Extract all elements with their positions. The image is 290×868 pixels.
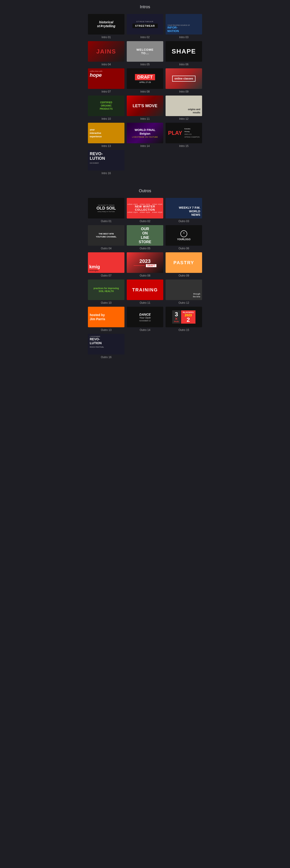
intro-11-text: LET'S MOVE: [133, 103, 157, 108]
outro-11-thumb[interactable]: TRAINING: [127, 280, 163, 300]
outro-10-thumb[interactable]: practices for improvingSOIL HEALTH: [88, 280, 124, 300]
outro-03-thumb[interactable]: WEEKLY 7 P.M.WORLDNEWS: [166, 198, 202, 218]
outro-02-main: NEW WINTERCOLLECTION: [135, 205, 155, 211]
outro-06-thumb[interactable]: ⌃ YOURLOGO: [166, 225, 202, 246]
outro-02-brand: urban style urban style urban style: [127, 204, 162, 205]
outro-04-thumb[interactable]: THE BEST MTBYOUTUBE CHANNEL: [88, 225, 124, 246]
list-item: PASTRY Outro 09: [166, 252, 202, 277]
intro-08-thumb[interactable]: DRAFT APRIL 27-29: [127, 68, 163, 89]
list-item: YOUR TRUSTED SOURCE OF INFOR-MATION Intr…: [166, 14, 202, 39]
list-item: ⌃ YOURLOGO Outro 06: [166, 225, 202, 250]
outro-08-main: 2023: [139, 258, 151, 264]
outro-08-thumb[interactable]: 2023 DRAFT: [127, 252, 163, 273]
section-spacer: [86, 177, 204, 184]
outro-16-text: REVO-LUTION: [90, 337, 102, 345]
outro-08-draft: DRAFT: [146, 264, 156, 267]
intro-11-thumb[interactable]: LET'S MOVE: [127, 96, 163, 116]
list-item: historicalst⚞rytelling Intro 01: [88, 14, 124, 39]
outro-06-label: Outro 06: [179, 247, 189, 250]
intro-15-label: Intro 15: [179, 145, 189, 148]
list-item: WORLD FINALBelgian LIVESTREAM ON YOUTUBE…: [127, 123, 163, 148]
intro-08-date: APRIL 27-29: [139, 81, 151, 84]
outro-03-label: Outro 03: [179, 220, 189, 223]
list-item: LET'S MOVE Intro 11: [127, 96, 163, 120]
intro-15-thumb[interactable]: PLAY KendraHovey2020 LCSSPRING CHAMPION: [166, 123, 202, 143]
intro-02-thumb[interactable]: STREETWEAR STREETWEAR: [127, 14, 163, 34]
intro-15-play: PLAY: [168, 130, 182, 136]
outro-09-label: Outro 09: [179, 274, 189, 277]
intro-13-label: Intro 13: [102, 145, 111, 148]
intro-08-label: Intro 08: [140, 90, 150, 93]
intro-16-label: Intro 16: [102, 172, 111, 175]
outro-07-label: Outro 07: [101, 274, 112, 277]
intro-13-thumb[interactable]: yourinteractiveexperience: [88, 123, 124, 143]
intro-07-thumb[interactable]: coffee time with hope: [88, 68, 124, 89]
intro-08-draft: DRAFT: [135, 74, 155, 80]
list-item: urban style urban style urban style NEW …: [127, 198, 163, 223]
intro-12-thumb[interactable]: origins andresults: [166, 96, 202, 116]
outro-15-thumb[interactable]: 3 ✕ PAIN PLAYOFFS 2023 2: [166, 307, 202, 327]
outro-02-thumb[interactable]: urban style urban style urban style NEW …: [127, 198, 163, 218]
intro-13-text: yourinteractiveexperience: [90, 128, 102, 138]
intro-09-thumb[interactable]: online classes: [166, 68, 202, 89]
list-item: DANCE Your Style NOVEMBER 22 Outro 14: [127, 307, 163, 332]
outro-06-logo: YOURLOGO: [177, 238, 190, 241]
outros-title: Outros: [86, 184, 204, 196]
outro-16-label: Outro 16: [101, 355, 112, 359]
intro-04-label: Intro 04: [102, 63, 111, 66]
intro-15-info: KendraHovey2020 LCSSPRING CHAMPION: [185, 127, 200, 138]
outro-06-circle: ⌃: [181, 230, 187, 237]
intro-01-thumb[interactable]: historicalst⚞rytelling: [88, 14, 124, 34]
intro-09-text: online classes: [172, 76, 195, 82]
intros-title: Intros: [86, 0, 204, 12]
outro-13-text: hosted byJim Parris: [90, 313, 105, 321]
intro-16-thumb[interactable]: REVO-LUTION DECEMBER: [88, 150, 124, 170]
intro-04-text: JAINS: [96, 48, 116, 55]
outro-05-label: Outro 05: [140, 247, 151, 250]
list-item: WEEKLY 7 P.M.WORLDNEWS Outro 03: [166, 198, 202, 223]
list-item: practices for improvingSOIL HEALTH Outro…: [88, 280, 124, 304]
outro-12-label: Outro 12: [179, 301, 189, 304]
outro-15-x1: ✕: [175, 317, 178, 320]
intro-04-thumb[interactable]: JAINS: [88, 41, 124, 62]
outro-09-text: PASTRY: [173, 260, 194, 265]
intro-14-thumb[interactable]: WORLD FINALBelgian LIVESTREAM ON YOUTUBE: [127, 123, 163, 143]
list-item: coffee time with hope Intro 07: [88, 68, 124, 93]
outro-16-thumb[interactable]: 1 NOVEMBER REVO-LUTION ROCK FESTIVAL: [88, 334, 124, 354]
intros-section: Intros historicalst⚞rytelling Intro 01 S…: [86, 0, 204, 177]
intro-07-label: Intro 07: [102, 90, 111, 93]
outro-08-label: Outro 08: [140, 274, 151, 277]
intro-10-thumb[interactable]: CERTIFIEDORGANICPRODUCTS: [88, 96, 124, 116]
outro-15-num3: 3: [175, 311, 178, 317]
outro-01-main: OLD SOIL: [97, 206, 116, 211]
outro-02-brand2: urban style urban style urban style: [127, 211, 162, 213]
intro-05-thumb[interactable]: WELCOMETO...: [127, 41, 163, 62]
list-item: JAINS Intro 04: [88, 41, 124, 66]
outro-13-thumb[interactable]: hosted byJim Parris: [88, 307, 124, 327]
outro-14-style: Your Style: [139, 316, 151, 319]
intro-16-sub: DECEMBER: [90, 162, 99, 164]
intro-06-thumb[interactable]: SHAPE: [166, 41, 202, 62]
intro-06-text: SHAPE: [172, 48, 196, 55]
outro-09-thumb[interactable]: PASTRY: [166, 252, 202, 273]
intro-10-text: CERTIFIEDORGANICPRODUCTS: [100, 101, 112, 111]
outro-05-thumb[interactable]: OURONLINESTORE: [127, 225, 163, 246]
intro-06-label: Intro 06: [179, 63, 189, 66]
outro-14-thumb[interactable]: DANCE Your Style NOVEMBER 22: [127, 307, 163, 327]
intro-07-sub: coffee time with: [90, 70, 102, 72]
outro-12-thumb[interactable]: throughthe time: [166, 280, 202, 300]
outro-16-date: 1 NOVEMBER: [90, 336, 100, 337]
intro-12-label: Intro 12: [179, 117, 189, 120]
outro-01-bot: every friday on YouTube: [97, 211, 115, 212]
outros-grid: top favorite TV network OLD SOIL every f…: [86, 196, 204, 361]
intro-05-text: WELCOMETO...: [136, 48, 154, 55]
outro-11-text: TRAINING: [132, 287, 158, 292]
outro-04-text: THE BEST MTBYOUTUBE CHANNEL: [96, 232, 117, 238]
outro-10-label: Outro 10: [101, 301, 112, 304]
outro-10-text: practices for improvingSOIL HEALTH: [93, 287, 119, 293]
list-item: online classes Intro 09: [166, 68, 202, 93]
outro-01-thumb[interactable]: top favorite TV network OLD SOIL every f…: [88, 198, 124, 218]
outros-section: Outros top favorite TV network OLD SOIL …: [86, 184, 204, 361]
intro-03-thumb[interactable]: YOUR TRUSTED SOURCE OF INFOR-MATION: [166, 14, 202, 34]
outro-07-thumb[interactable]: kmig weeknights: [88, 252, 124, 273]
